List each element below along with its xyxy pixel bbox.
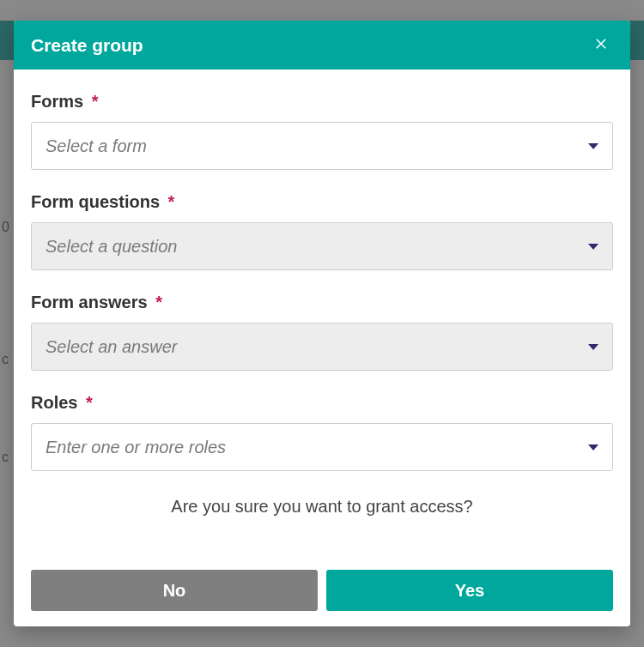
create-group-modal: Create group Forms * Select a form Form … bbox=[14, 21, 630, 626]
button-row: No Yes bbox=[31, 570, 613, 611]
modal-title: Create group bbox=[31, 35, 143, 56]
form-questions-select: Select a question bbox=[31, 222, 613, 270]
required-mark: * bbox=[155, 293, 162, 311]
form-answers-select-placeholder: Select an answer bbox=[46, 337, 177, 357]
caret-down-icon bbox=[588, 344, 598, 350]
forms-select[interactable]: Select a form bbox=[31, 122, 613, 170]
forms-select-placeholder: Select a form bbox=[46, 136, 147, 156]
required-mark: * bbox=[86, 393, 93, 412]
yes-button[interactable]: Yes bbox=[326, 570, 613, 611]
caret-down-icon bbox=[588, 143, 598, 149]
form-questions-select-placeholder: Select a question bbox=[46, 237, 177, 257]
forms-label: Forms * bbox=[31, 92, 613, 112]
confirm-prompt: Are you sure you want to grant access? bbox=[31, 497, 613, 517]
roles-select[interactable]: Enter one or more roles bbox=[31, 423, 613, 471]
form-answers-field: Form answers * Select an answer bbox=[31, 293, 613, 371]
form-answers-label: Form answers * bbox=[31, 293, 613, 312]
required-mark: * bbox=[168, 192, 175, 211]
forms-label-text: Forms bbox=[31, 92, 83, 111]
close-button[interactable] bbox=[591, 33, 613, 57]
close-icon bbox=[594, 36, 610, 54]
required-mark: * bbox=[92, 92, 99, 111]
form-answers-select: Select an answer bbox=[31, 323, 613, 371]
no-button[interactable]: No bbox=[31, 570, 318, 611]
roles-label-text: Roles bbox=[31, 393, 77, 412]
form-questions-field: Form questions * Select a question bbox=[31, 192, 613, 270]
roles-label: Roles * bbox=[31, 393, 613, 413]
form-questions-label-text: Form questions bbox=[31, 192, 160, 211]
form-questions-label: Form questions * bbox=[31, 192, 613, 212]
forms-field: Forms * Select a form bbox=[31, 92, 613, 170]
roles-field: Roles * Enter one or more roles bbox=[31, 393, 613, 471]
modal-body: Forms * Select a form Form questions * S… bbox=[14, 70, 630, 626]
form-answers-label-text: Form answers bbox=[31, 293, 148, 311]
caret-down-icon bbox=[588, 244, 598, 250]
roles-select-placeholder: Enter one or more roles bbox=[46, 438, 226, 457]
modal-header: Create group bbox=[14, 21, 630, 70]
caret-down-icon bbox=[588, 444, 598, 450]
